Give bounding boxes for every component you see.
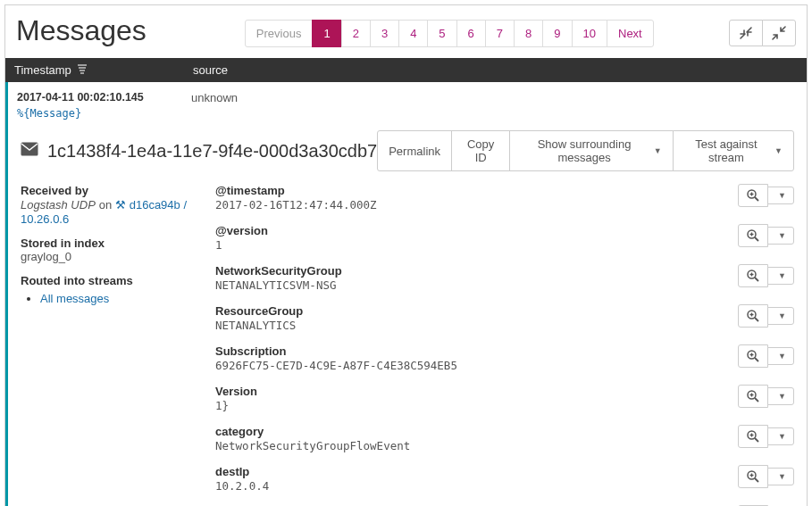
chevron-down-icon: ▼ — [778, 352, 786, 361]
chevron-down-icon: ▼ — [774, 146, 783, 155]
routed-streams-label: Routed into streams — [21, 274, 199, 287]
field-row: NetworkSecurityGroupNETANALYTICSVM-NSG▼ — [215, 264, 794, 304]
message-id: 1c1438f4-1e4a-11e7-9f4e-000d3a30cdb7 — [47, 141, 377, 162]
surrounding-messages-button[interactable]: Show surrounding messages ▼ — [509, 130, 673, 171]
chevron-down-icon: ▼ — [654, 146, 662, 155]
svg-line-18 — [755, 358, 758, 361]
collapse-all-button[interactable] — [762, 20, 796, 46]
page-7[interactable]: 7 — [485, 20, 515, 47]
page-8[interactable]: 8 — [514, 20, 543, 47]
input-name: Logstash UDP — [21, 198, 96, 212]
chevron-down-icon: ▼ — [778, 271, 786, 280]
page-3[interactable]: 3 — [370, 20, 399, 47]
field-value: 10.2.0.4 — [215, 479, 738, 493]
field-row: ResourceGroupNETANALYTICS▼ — [215, 304, 794, 344]
field-dropdown-button[interactable]: ▼ — [767, 307, 794, 325]
pagination: Previous 1 2 3 4 5 6 7 8 9 10 Next — [245, 20, 654, 47]
expand-all-button[interactable] — [729, 20, 763, 46]
zoom-in-icon — [746, 228, 760, 243]
row-message-template: %{Message} — [17, 107, 191, 120]
page-6[interactable]: 6 — [456, 20, 486, 47]
received-by-label: Received by — [21, 184, 199, 197]
field-search-button[interactable] — [738, 465, 768, 488]
column-timestamp[interactable]: Timestamp — [5, 58, 184, 82]
svg-line-30 — [755, 478, 758, 482]
page-10[interactable]: 10 — [572, 20, 607, 47]
index-name: graylog_0 — [21, 250, 199, 263]
field-search-button[interactable] — [738, 425, 768, 448]
field-row: destIp10.2.0.4▼ — [215, 465, 794, 505]
chevron-down-icon: ▼ — [778, 472, 786, 481]
field-search-button[interactable] — [738, 184, 768, 207]
svg-line-14 — [755, 318, 758, 321]
zoom-in-icon — [746, 429, 760, 444]
field-key: ResourceGroup — [215, 304, 738, 318]
on-text: on — [99, 198, 112, 212]
page-next[interactable]: Next — [607, 20, 654, 47]
chevron-down-icon: ▼ — [778, 191, 786, 200]
test-stream-label: Test against stream — [684, 137, 768, 164]
svg-rect-0 — [21, 142, 38, 155]
field-dropdown-button[interactable]: ▼ — [767, 468, 794, 485]
svg-line-6 — [755, 237, 758, 241]
chevron-down-icon: ▼ — [778, 392, 786, 401]
field-row: @timestamp2017-02-16T12:47:44.000Z▼ — [215, 184, 794, 224]
page-5[interactable]: 5 — [427, 20, 456, 47]
test-against-stream-button[interactable]: Test against stream ▼ — [673, 130, 794, 171]
field-search-button[interactable] — [738, 385, 768, 408]
envelope-icon — [21, 142, 38, 161]
field-value: 2017-02-16T12:47:44.000Z — [215, 198, 738, 212]
field-value: 1 — [215, 238, 738, 252]
zoom-in-icon — [746, 188, 760, 203]
page-4[interactable]: 4 — [398, 20, 428, 47]
field-search-button[interactable] — [738, 224, 768, 247]
page-2[interactable]: 2 — [341, 20, 371, 47]
field-row: @version1▼ — [215, 224, 794, 264]
field-dropdown-button[interactable]: ▼ — [767, 427, 794, 445]
field-dropdown-button[interactable]: ▼ — [767, 267, 794, 285]
column-source[interactable]: source — [184, 58, 237, 82]
page-9[interactable]: 9 — [542, 20, 572, 47]
field-dropdown-button[interactable]: ▼ — [767, 387, 794, 405]
field-key: category — [215, 425, 738, 438]
field-dropdown-button[interactable]: ▼ — [767, 227, 794, 245]
permalink-button[interactable]: Permalink — [377, 130, 452, 171]
field-value: NETANALYTICS — [215, 319, 738, 332]
collapse-icon — [772, 26, 786, 40]
page-title: Messages — [16, 14, 146, 47]
page-previous: Previous — [245, 20, 314, 47]
copy-id-button[interactable]: Copy ID — [451, 130, 510, 171]
field-value: NetworkSecurityGroupFlowEvent — [215, 439, 738, 452]
column-timestamp-label: Timestamp — [14, 63, 71, 77]
field-key: @version — [215, 224, 738, 237]
svg-line-10 — [755, 278, 758, 281]
field-key: Version — [215, 385, 738, 398]
svg-line-2 — [755, 197, 758, 201]
zoom-in-icon — [746, 269, 760, 283]
field-dropdown-button[interactable]: ▼ — [767, 187, 794, 204]
stored-in-label: Stored in index — [21, 236, 199, 250]
table-row[interactable]: 2017-04-11 00:02:10.145 %{Message} unkno… — [5, 82, 807, 123]
field-search-button[interactable] — [738, 344, 768, 368]
surrounding-label: Show surrounding messages — [521, 137, 648, 164]
field-value: 6926FC75-CE7D-4C9E-A87F-C4E38C594EB5 — [215, 359, 738, 372]
expand-icon — [739, 26, 753, 40]
row-source: unknown — [191, 91, 238, 120]
zoom-in-icon — [746, 309, 760, 323]
stream-link[interactable]: All messages — [40, 292, 109, 305]
field-key: destIp — [215, 465, 738, 478]
page-1[interactable]: 1 — [312, 20, 341, 47]
row-timestamp: 2017-04-11 00:02:10.145 — [17, 91, 191, 104]
field-search-button[interactable] — [738, 304, 768, 328]
field-row: Subscription6926FC75-CE7D-4C9E-A87F-C4E3… — [215, 344, 794, 385]
chevron-down-icon: ▼ — [778, 432, 786, 441]
zoom-in-icon — [746, 469, 760, 484]
field-dropdown-button[interactable]: ▼ — [767, 347, 794, 365]
chevron-down-icon: ▼ — [778, 311, 786, 320]
field-search-button[interactable] — [738, 264, 768, 287]
field-row: Version1}▼ — [215, 385, 794, 425]
field-row: categoryNetworkSecurityGroupFlowEvent▼ — [215, 425, 794, 465]
radix-icon: ⚒ — [115, 198, 126, 212]
chevron-down-icon: ▼ — [778, 231, 786, 240]
zoom-in-icon — [746, 389, 760, 403]
